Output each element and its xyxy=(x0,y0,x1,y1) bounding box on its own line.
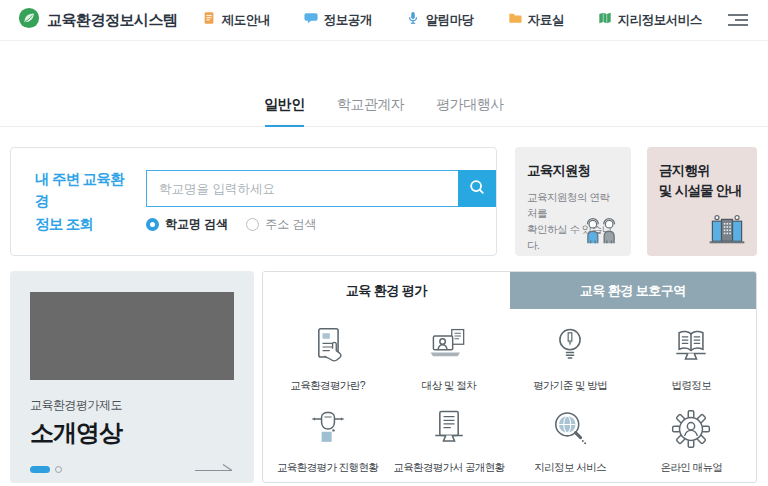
microphone-icon xyxy=(406,11,420,29)
quick-menu-panel: 교육 환경 평가 교육 환경 보호구역 교육환경평가란? xyxy=(262,271,757,483)
book-monitor-icon xyxy=(669,325,713,373)
menu-target-and-procedure[interactable]: 대상 및 절차 xyxy=(388,325,509,393)
search-icon xyxy=(468,178,486,199)
education-office-card[interactable]: 교육지원청 교육지원청의 연락처를 확인하실 수 있습니다. xyxy=(515,147,631,256)
video-subtitle: 교육환경평가제도 xyxy=(30,397,234,414)
school-search-input[interactable] xyxy=(146,170,458,207)
chat-bubble-icon xyxy=(304,11,318,29)
video-title: 소개영상 xyxy=(30,417,234,449)
two-people-icon xyxy=(580,216,622,249)
tablet-hand-icon xyxy=(306,325,350,373)
gear-person-icon xyxy=(669,407,713,455)
hand-pencil-icon xyxy=(306,407,350,455)
app-title: 교육환경정보시스템 xyxy=(47,11,178,30)
main-nav: 제도안내 정보공개 알림마당 자료실 지리정보서비스 xyxy=(178,11,727,29)
document-icon xyxy=(202,11,216,29)
menu-report-disclosure[interactable]: 교육환경평가서 공개현황 xyxy=(388,407,509,475)
nav-item-info-disclosure[interactable]: 정보공개 xyxy=(304,11,372,29)
pager-inactive-dot[interactable] xyxy=(55,466,62,473)
nav-item-system-guide[interactable]: 제도안내 xyxy=(202,11,270,29)
quick-menu-grid: 교육환경평가란? 대상 및 절차 xyxy=(263,309,756,475)
nav-item-notice[interactable]: 알림마당 xyxy=(406,11,474,29)
tab-evaluation-agency[interactable]: 평가대행사 xyxy=(436,96,504,126)
user-type-tabs: 일반인 학교관계자 평가대행사 xyxy=(0,96,768,127)
laptop-person-icon xyxy=(427,325,471,373)
search-mode-radios: 학교명 검색 주소 검색 xyxy=(146,216,496,233)
menu-criteria-and-methods[interactable]: 평가기준 및 방법 xyxy=(510,325,631,393)
intro-video-card: 교육환경평가제도 소개영상 xyxy=(10,271,254,483)
video-pagination xyxy=(30,466,62,473)
radio-address-search[interactable]: 주소 검색 xyxy=(246,216,316,233)
folder-icon xyxy=(508,11,522,29)
tab-general-public[interactable]: 일반인 xyxy=(264,96,305,126)
menu-legal-information[interactable]: 법령정보 xyxy=(631,325,752,393)
document-monitor-icon xyxy=(427,407,471,455)
tab-education-environment-protection-zone[interactable]: 교육 환경 보호구역 xyxy=(510,272,757,309)
nav-item-library[interactable]: 자료실 xyxy=(508,11,564,29)
menu-evaluation-progress[interactable]: 교육환경평가 진행현황 xyxy=(267,407,388,475)
prohibited-acts-card[interactable]: 금지행위 및 시설물 안내 xyxy=(647,147,757,256)
header: 교육환경정보시스템 제도안내 정보공개 알림마당 자료실 xyxy=(0,0,768,41)
nearby-search-panel: 내 주변 교육환경 정보 조회 학교명 검색 xyxy=(10,147,497,256)
menu-gis-service[interactable]: 지리정보 서비스 xyxy=(510,407,631,475)
video-thumbnail[interactable] xyxy=(30,292,234,380)
nav-item-gis-service[interactable]: 지리정보서비스 xyxy=(598,11,702,29)
search-panel-title: 내 주변 교육환경 정보 조회 xyxy=(35,168,134,235)
search-button[interactable] xyxy=(458,170,496,207)
tab-school-officials[interactable]: 학교관계자 xyxy=(337,96,405,126)
logo-leaf-icon xyxy=(18,7,40,33)
globe-magnifier-icon xyxy=(548,407,592,455)
radio-selected-icon xyxy=(146,218,159,231)
next-arrow-icon[interactable] xyxy=(194,460,234,478)
card-title: 금지행위 및 시설물 안내 xyxy=(659,161,745,200)
pager-active-dot[interactable] xyxy=(30,466,50,473)
card-title: 교육지원청 xyxy=(527,161,619,181)
hamburger-menu-icon[interactable] xyxy=(726,14,748,26)
map-icon xyxy=(598,11,612,29)
app-logo[interactable]: 교육환경정보시스템 xyxy=(18,7,178,33)
menu-online-manual[interactable]: 온라인 매뉴얼 xyxy=(631,407,752,475)
radio-school-name-search[interactable]: 학교명 검색 xyxy=(146,216,228,233)
building-icon xyxy=(706,212,748,249)
bulb-pencil-icon xyxy=(548,325,592,373)
radio-unselected-icon xyxy=(246,218,259,231)
menu-what-is-evaluation[interactable]: 교육환경평가란? xyxy=(267,325,388,393)
tab-education-environment-evaluation[interactable]: 교육 환경 평가 xyxy=(263,272,510,309)
